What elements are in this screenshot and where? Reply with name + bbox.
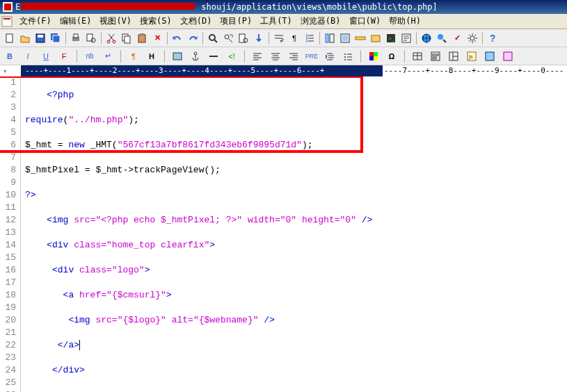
find-in-files-button[interactable] <box>237 31 250 45</box>
code-token: <div <box>47 240 74 250</box>
browser-config-button[interactable] <box>435 31 449 45</box>
para-button[interactable]: ¶ <box>127 49 141 63</box>
align-right-button[interactable] <box>287 49 301 63</box>
app-menu-icon[interactable] <box>1 16 13 27</box>
help-button[interactable]: ? <box>486 31 500 45</box>
object-button[interactable] <box>483 49 497 63</box>
separator <box>269 32 269 44</box>
new-file-button[interactable] <box>3 31 17 45</box>
wordwrap-button[interactable] <box>272 31 286 45</box>
find-button[interactable] <box>206 31 220 45</box>
editor-area[interactable]: 1 2 3 4 5 6 7 8 9 10 11 12 13 14 15 16 1… <box>0 76 567 392</box>
menu-help[interactable]: 帮助(H) <box>385 14 425 28</box>
menu-project[interactable]: 项目(P) <box>216 14 256 28</box>
code-token: "logo" <box>112 265 145 275</box>
code-token: ?> <box>25 190 36 200</box>
anchor-button[interactable] <box>189 49 202 63</box>
form-button[interactable] <box>429 49 442 63</box>
code-content[interactable]: <?php require("../hm.php"); $_hmt = new … <box>21 76 567 392</box>
line-number: 11 <box>0 202 16 214</box>
line-number: 18 <box>0 289 16 302</box>
copy-button[interactable] <box>120 31 134 45</box>
code-token: > <box>209 240 215 250</box>
frame-button[interactable] <box>447 49 461 63</box>
underline-button[interactable]: U <box>39 49 53 63</box>
directory-button[interactable] <box>369 31 383 45</box>
svg-rect-8 <box>53 35 60 42</box>
line-number: 7 <box>0 152 16 164</box>
separator <box>164 50 165 63</box>
save-all-button[interactable] <box>49 31 63 45</box>
menu-window[interactable]: 窗口(W) <box>345 14 385 28</box>
svg-rect-11 <box>87 34 93 41</box>
print-preview-button[interactable] <box>84 31 98 45</box>
blockquote-button[interactable] <box>323 49 337 63</box>
pre-button[interactable]: PRE <box>305 49 319 63</box>
list-button[interactable] <box>341 49 355 63</box>
svg-point-42 <box>344 54 346 55</box>
br-button[interactable]: ↵ <box>101 49 115 63</box>
spell-check-button[interactable]: ✓ <box>450 31 464 45</box>
menu-edit[interactable]: 编辑(E) <box>56 14 96 28</box>
paste-button[interactable] <box>135 31 149 45</box>
heading-button[interactable]: H <box>145 49 159 63</box>
svg-rect-17 <box>138 35 145 42</box>
menu-search[interactable]: 搜索(S) <box>136 14 176 28</box>
configure-button[interactable] <box>465 31 479 45</box>
bold-button[interactable]: B <box>3 49 17 63</box>
browser-button[interactable] <box>420 31 433 45</box>
separator <box>120 50 121 63</box>
italic-button[interactable]: I <box>21 49 35 63</box>
goto-button[interactable] <box>252 31 266 45</box>
menu-view[interactable]: 视图(V) <box>95 14 136 28</box>
code-token: class= <box>79 265 112 275</box>
code-token: alt= <box>166 315 193 325</box>
replace-button[interactable] <box>221 31 235 45</box>
align-center-button[interactable] <box>269 49 282 63</box>
script-button[interactable]: js <box>465 49 479 63</box>
line-number: 10 <box>0 189 16 202</box>
title-prefix: E <box>15 2 20 12</box>
code-token: "0" <box>280 215 296 225</box>
save-button[interactable] <box>33 31 47 45</box>
fullscreen-button[interactable] <box>338 31 352 45</box>
line-number: 12 <box>0 214 16 227</box>
style-button[interactable] <box>501 49 515 63</box>
delete-button[interactable]: ✕ <box>150 31 164 45</box>
toolbar-main: ✕ ¶ >_ ✓ ? <box>0 29 567 47</box>
cut-button[interactable] <box>104 31 118 45</box>
image-button[interactable] <box>170 49 184 63</box>
align-left-button[interactable] <box>250 49 264 63</box>
ruler-button[interactable] <box>353 31 367 45</box>
column-button[interactable] <box>323 31 337 45</box>
code-token: height= <box>296 215 340 225</box>
code-token: <?php <box>47 90 74 100</box>
undo-button[interactable] <box>170 31 184 45</box>
menu-browser[interactable]: 浏览器(B) <box>296 14 345 28</box>
show-marks-button[interactable]: ¶ <box>287 31 301 45</box>
comment-button[interactable]: <! <box>225 49 239 63</box>
code-token: href= <box>79 290 106 300</box>
menu-file[interactable]: 文件(F) <box>15 14 56 28</box>
nbsp-button[interactable]: nb <box>83 49 97 63</box>
table-button[interactable] <box>410 49 424 63</box>
char-button[interactable]: Ω <box>385 49 399 63</box>
menu-tools[interactable]: 工具(T) <box>256 14 296 28</box>
svg-text:>_: >_ <box>388 35 395 42</box>
code-token: "home_top clearfix" <box>106 240 209 250</box>
print-button[interactable] <box>69 31 83 45</box>
show-indent-button[interactable] <box>303 31 317 45</box>
output-button[interactable]: >_ <box>384 31 398 45</box>
svg-rect-37 <box>173 53 182 60</box>
hr-button[interactable] <box>207 49 221 63</box>
menu-document[interactable]: 文档(D) <box>176 14 216 28</box>
code-token: "0" <box>340 215 356 225</box>
redo-button[interactable] <box>186 31 200 45</box>
code-token: /> <box>356 215 372 225</box>
open-file-button[interactable] <box>18 31 32 45</box>
font-button[interactable]: F <box>57 49 71 63</box>
cliptext-button[interactable] <box>399 31 413 45</box>
code-token: <img <box>68 315 95 325</box>
svg-point-19 <box>209 35 215 40</box>
color-button[interactable] <box>367 49 381 63</box>
